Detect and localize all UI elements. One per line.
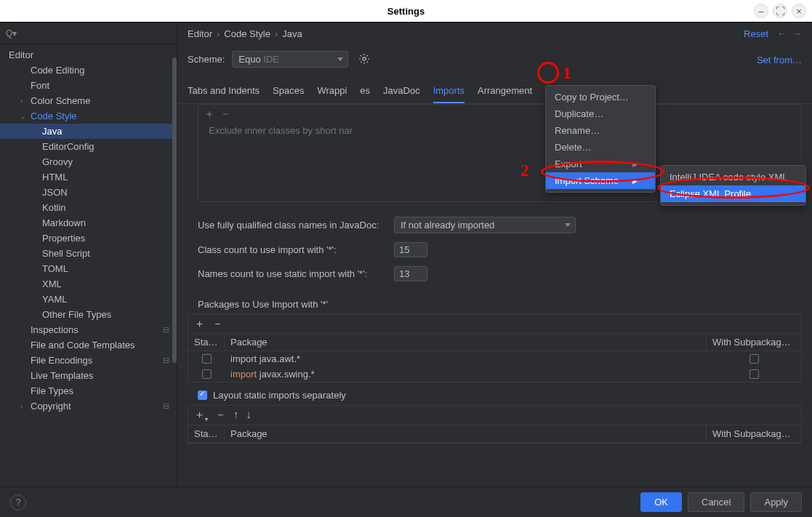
breadcrumb-sep: ›	[275, 28, 278, 39]
move-down-icon[interactable]: ↓	[246, 408, 252, 422]
scheme-label: Scheme:	[188, 54, 225, 65]
tree-item[interactable]: ›Color Scheme	[0, 93, 177, 108]
tree-item[interactable]: Other File Types	[0, 307, 177, 322]
table-row[interactable]: import javax.swing.*	[188, 366, 801, 382]
names-count-input[interactable]	[394, 266, 427, 281]
tree-item[interactable]: HTML	[0, 169, 177, 185]
menu-item[interactable]: Duplicate…	[546, 105, 655, 122]
fq-names-select[interactable]: If not already imported	[394, 217, 576, 233]
reset-link[interactable]: Reset	[744, 28, 768, 39]
cancel-button[interactable]: Cancel	[688, 492, 744, 512]
tree-item[interactable]: Java	[0, 124, 177, 139]
tab[interactable]: Imports	[433, 85, 465, 103]
tree-item[interactable]: File Types	[0, 383, 177, 398]
search-row: Q▾	[0, 23, 177, 44]
sub-checkbox[interactable]	[749, 354, 759, 364]
column-static[interactable]: Sta…	[188, 334, 225, 350]
tree-item[interactable]: ›Copyright⊟	[0, 398, 177, 414]
layout-static-checkbox[interactable]	[198, 390, 207, 400]
tree-item[interactable]: JSON	[0, 185, 177, 200]
table-row[interactable]: import java.awt.*	[188, 351, 801, 366]
menu-item[interactable]: Import Scheme▶	[546, 172, 655, 189]
remove-icon[interactable]: －	[212, 317, 223, 331]
packages-section-title: Packages to Use Import with '*'	[188, 286, 802, 314]
gear-icon	[358, 53, 370, 65]
svg-point-0	[363, 57, 366, 60]
menu-item[interactable]: Copy to Project…	[546, 89, 655, 105]
window-controls: – ⛶ ×	[754, 4, 806, 18]
ok-button[interactable]: OK	[640, 492, 682, 512]
dialog-footer: ? OK Cancel Apply	[0, 486, 812, 517]
tree-item[interactable]: Font	[0, 78, 177, 93]
tree-item-editor[interactable]: Editor	[0, 47, 177, 63]
layout-static-label: Layout static imports separately	[213, 390, 346, 401]
settings-sidebar: Q▾ Editor Code EditingFont›Color Scheme⌄…	[0, 23, 177, 486]
tree-item[interactable]: Kotlin	[0, 200, 177, 215]
submenu-item[interactable]: IntelliJ IDEA code style XML	[661, 169, 805, 185]
tree-item[interactable]: XML	[0, 276, 177, 292]
menu-item[interactable]: Export▶	[546, 156, 655, 172]
add-icon[interactable]: ＋	[194, 317, 205, 331]
class-count-input[interactable]	[394, 242, 427, 257]
tab[interactable]: JavaDoc	[383, 85, 420, 103]
scrollbar[interactable]	[172, 57, 177, 363]
settings-tree[interactable]: Editor Code EditingFont›Color Scheme⌄Cod…	[0, 44, 177, 486]
tree-item[interactable]: Live Templates	[0, 368, 177, 383]
breadcrumb-editor[interactable]: Editor	[188, 28, 212, 39]
tree-item[interactable]: TOML	[0, 261, 177, 276]
titlebar: Settings – ⛶ ×	[0, 0, 812, 22]
static-checkbox[interactable]	[202, 369, 212, 379]
breadcrumb-sep: ›	[217, 28, 220, 39]
maximize-button[interactable]: ⛶	[773, 4, 787, 18]
tree-item[interactable]: Code Editing	[0, 63, 177, 78]
add-split-icon[interactable]: ＋▾	[194, 408, 208, 422]
packages-table: ＋ － Sta… Package With Subpackag… import …	[188, 314, 802, 382]
menu-item[interactable]: Rename…	[546, 122, 655, 139]
minimize-button[interactable]: –	[754, 4, 768, 18]
help-button[interactable]: ?	[10, 494, 26, 510]
set-from-link[interactable]: Set from…	[757, 55, 802, 65]
tree-item[interactable]: File and Code Templates	[0, 337, 177, 353]
move-up-icon[interactable]: ↑	[233, 408, 239, 422]
tab[interactable]: Wrappi	[317, 85, 347, 103]
nav-back-icon[interactable]: ←	[777, 28, 787, 39]
sub-checkbox[interactable]	[749, 369, 759, 379]
class-count-label: Class count to use import with '*':	[198, 244, 387, 255]
scheme-select[interactable]: Equo IDE	[232, 51, 348, 68]
breadcrumb-codestyle[interactable]: Code Style	[224, 28, 270, 39]
code-style-tabs: Tabs and IndentsSpacesWrappiesJavaDocImp…	[177, 73, 812, 104]
tab[interactable]: Tabs and Indents	[188, 85, 260, 103]
column-static[interactable]: Sta…	[188, 425, 225, 442]
add-icon[interactable]: ＋	[204, 108, 214, 121]
column-package[interactable]: Package	[225, 334, 707, 350]
apply-button[interactable]: Apply	[750, 492, 802, 512]
remove-icon[interactable]: －	[220, 108, 230, 121]
tree-item[interactable]: File Encodings⊟	[0, 353, 177, 368]
column-subpackages[interactable]: With Subpackag…	[707, 334, 801, 350]
submenu-item[interactable]: Eclipse XML Profile	[661, 185, 805, 202]
tree-item[interactable]: Groovy	[0, 154, 177, 169]
breadcrumb-java[interactable]: Java	[282, 28, 302, 39]
column-subpackages[interactable]: With Subpackag…	[707, 425, 801, 442]
remove-icon[interactable]: －	[215, 408, 226, 422]
close-button[interactable]: ×	[792, 4, 806, 18]
tab[interactable]: Spaces	[273, 85, 304, 103]
search-input[interactable]	[18, 28, 171, 39]
names-count-label: Names count to use static import with '*…	[198, 268, 387, 279]
tree-item[interactable]: Markdown	[0, 215, 177, 231]
column-package[interactable]: Package	[225, 425, 707, 442]
tree-item[interactable]: Properties	[0, 231, 177, 246]
nav-forward-icon[interactable]: →	[792, 28, 802, 39]
scheme-context-menu: Copy to Project…Duplicate…Rename…Delete……	[545, 85, 656, 193]
import-scheme-submenu: IntelliJ IDEA code style XMLEclipse XML …	[660, 165, 806, 206]
menu-item[interactable]: Delete…	[546, 139, 655, 156]
scheme-actions-button[interactable]	[355, 50, 373, 68]
tree-item[interactable]: Shell Script	[0, 246, 177, 261]
static-checkbox[interactable]	[202, 354, 212, 364]
tab[interactable]: Arrangement	[478, 85, 532, 103]
tab[interactable]: es	[360, 85, 370, 103]
tree-item[interactable]: Inspections⊟	[0, 322, 177, 337]
tree-item[interactable]: YAML	[0, 292, 177, 307]
tree-item[interactable]: ⌄Code Style	[0, 108, 177, 124]
tree-item[interactable]: EditorConfig	[0, 139, 177, 154]
